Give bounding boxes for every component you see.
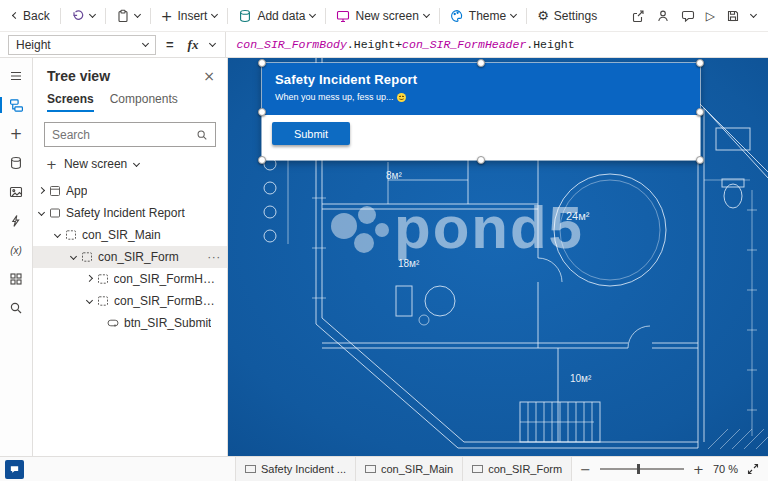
rail-insert-button[interactable]: +	[0, 120, 33, 148]
add-data-label: Add data	[257, 9, 305, 23]
back-label: Back	[23, 9, 50, 23]
theme-button[interactable]: Theme	[444, 5, 522, 27]
screen-icon	[245, 465, 256, 473]
chat-icon	[9, 464, 20, 475]
formula-bar: Height = fx con_SIR_FormBody.Height+con_…	[0, 32, 768, 58]
preview-button[interactable]: ▷	[701, 6, 720, 26]
chevron-down-icon	[134, 11, 141, 18]
fx-selector[interactable]: fx	[184, 32, 227, 57]
tree-view-header: Tree view ×	[33, 58, 227, 92]
selection-handle[interactable]	[477, 156, 485, 164]
rail-media-button[interactable]	[0, 178, 33, 206]
selection-handle[interactable]	[258, 108, 266, 116]
chevron-down-icon	[86, 296, 93, 303]
tree-view-title: Tree view	[47, 68, 110, 84]
equals-sign: =	[166, 37, 174, 52]
rail-data-button[interactable]	[0, 149, 33, 177]
tree-item-container[interactable]: con_SIR_FormHeader	[33, 268, 227, 290]
share-button[interactable]	[626, 5, 650, 27]
help-button[interactable]	[5, 460, 24, 479]
chevron-down-icon	[38, 208, 45, 215]
tree-item-app[interactable]: App	[33, 180, 227, 202]
tree-item-container[interactable]: con_SIR_Main	[33, 224, 227, 246]
rail-power-automate-button[interactable]	[0, 207, 33, 235]
new-screen-label: New screen	[355, 9, 418, 23]
search-box[interactable]	[44, 122, 216, 147]
form-control-selected[interactable]: Safety Incident Report When you mess up,…	[262, 63, 700, 160]
rail-advanced-tools-button[interactable]	[0, 265, 33, 293]
selection-handle[interactable]	[258, 59, 266, 67]
insert-button[interactable]: + Insert	[155, 5, 224, 27]
back-button[interactable]: Back	[7, 5, 56, 27]
more-options-icon[interactable]: ···	[208, 252, 222, 263]
grid-icon	[9, 272, 23, 286]
person-icon	[656, 9, 670, 23]
zoom-slider-handle[interactable]	[637, 464, 640, 474]
formula-operator: +	[395, 38, 402, 51]
chevron-down-icon	[510, 11, 517, 18]
save-button[interactable]	[721, 5, 745, 27]
comment-icon	[681, 9, 695, 23]
database-icon	[9, 156, 23, 170]
tab-components[interactable]: Components	[110, 92, 178, 112]
canvas[interactable]: pond5 8м² 24м² 18м² 10м² Safety Incident…	[228, 58, 768, 456]
paste-button[interactable]	[110, 5, 146, 27]
comments-button[interactable]	[676, 5, 700, 27]
search-row	[33, 119, 227, 154]
tree-item-button[interactable]: btn_SIR_Submit	[33, 312, 227, 334]
screen-plus-icon	[336, 9, 350, 23]
plus-icon: +	[46, 158, 57, 171]
rail-menu-button[interactable]	[0, 62, 33, 90]
fit-to-window-icon[interactable]	[747, 463, 759, 475]
new-screen-dropdown[interactable]: + New screen	[33, 154, 227, 180]
selection-handle[interactable]	[696, 59, 704, 67]
app-icon	[49, 185, 61, 197]
rail-search-button[interactable]	[0, 294, 33, 322]
tree-item-container-selected[interactable]: con_SIR_Form ···	[33, 246, 227, 268]
selection-handle[interactable]	[477, 59, 485, 67]
status-bar: Safety Incident ... con_SIR_Main con_SIR…	[0, 456, 768, 481]
rail-variables-button[interactable]: (x)	[0, 236, 33, 264]
menu-icon	[9, 69, 23, 83]
search-icon	[9, 301, 23, 315]
tab-screens[interactable]: Screens	[47, 92, 94, 112]
search-input[interactable]	[52, 128, 190, 142]
formula-input[interactable]: con_SIR_FormBody.Height+con_SIR_FormHead…	[226, 38, 584, 51]
chevron-down-icon	[209, 40, 216, 47]
zoom-in-icon[interactable]: +	[693, 463, 704, 476]
screen-icon	[472, 465, 483, 473]
tree-item-screen[interactable]: Safety Incident Report	[33, 202, 227, 224]
form-header[interactable]: Safety Incident Report When you mess up,…	[262, 63, 700, 115]
plus-icon: +	[161, 9, 173, 23]
divider	[60, 8, 61, 24]
tree-view-panel: Tree view × Screens Components + New scr…	[33, 58, 228, 456]
screen-tabs: Safety Incident ... con_SIR_Main con_SIR…	[235, 457, 572, 481]
breadcrumb-tab-container[interactable]: con_SIR_Form	[463, 457, 572, 481]
search-icon	[196, 129, 208, 141]
button-icon	[107, 317, 119, 329]
formula-identifier: con_SIR_FormHeader	[402, 38, 526, 51]
settings-button[interactable]: ⚙ Settings	[531, 5, 603, 27]
close-icon[interactable]: ×	[203, 69, 215, 83]
save-options-button[interactable]	[746, 9, 761, 22]
tree-item-container[interactable]: con_SIR_FormBody	[33, 290, 227, 312]
chevron-left-icon	[12, 12, 19, 19]
undo-button[interactable]	[65, 5, 101, 27]
breadcrumb-tab-screen[interactable]: Safety Incident ...	[235, 457, 356, 481]
smiley-emoji-icon	[397, 93, 406, 102]
add-data-button[interactable]: Add data	[232, 5, 321, 27]
selection-handle[interactable]	[696, 108, 704, 116]
rail-tree-view-button[interactable]	[0, 91, 33, 119]
zoom-slider[interactable]	[600, 468, 684, 470]
divider	[325, 8, 326, 24]
form-body[interactable]: Submit	[262, 115, 700, 160]
chevron-down-icon	[309, 11, 316, 18]
new-screen-button[interactable]: New screen	[330, 5, 434, 27]
property-selector[interactable]: Height	[8, 35, 156, 55]
selection-handle[interactable]	[258, 156, 266, 164]
breadcrumb-tab-container[interactable]: con_SIR_Main	[356, 457, 463, 481]
submit-button[interactable]: Submit	[272, 122, 350, 145]
app-checker-button[interactable]	[651, 5, 675, 27]
selection-handle[interactable]	[696, 156, 704, 164]
zoom-out-icon[interactable]: −	[580, 463, 591, 476]
